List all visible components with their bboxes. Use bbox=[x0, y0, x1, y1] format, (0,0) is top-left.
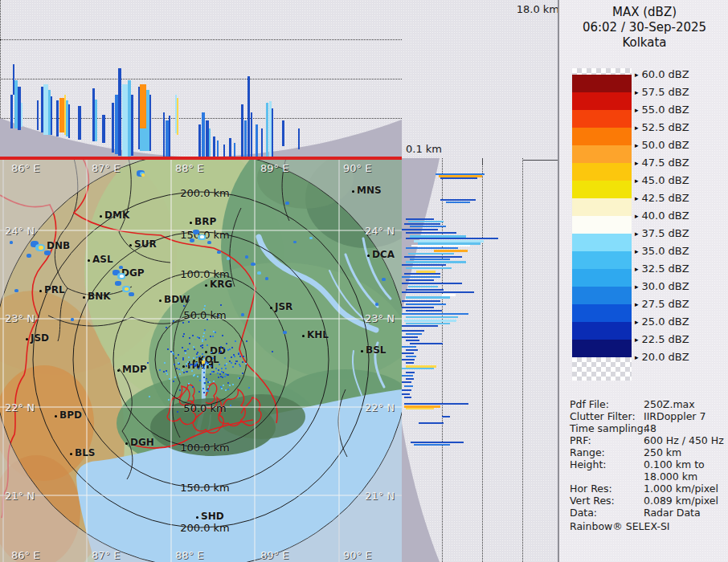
meta-row: Hor Res:1.000 km/pixel bbox=[570, 483, 726, 495]
scale-tick-arrow-icon: ▸ bbox=[635, 159, 639, 167]
echo-bar bbox=[247, 76, 250, 158]
echo-bar bbox=[149, 95, 151, 151]
echo-bar bbox=[256, 124, 258, 158]
echo-bar bbox=[163, 112, 165, 157]
scale-tick-label: ▸25.0 dBZ bbox=[635, 316, 689, 328]
meta-label: Data: bbox=[570, 507, 597, 519]
scale-band bbox=[572, 216, 632, 234]
meta-value: 250 km bbox=[644, 446, 681, 458]
top-cross-section-panel bbox=[0, 0, 402, 158]
scale-tick-arrow-icon: ▸ bbox=[635, 124, 639, 132]
echo-bar bbox=[266, 103, 268, 158]
echo-bar bbox=[272, 108, 273, 158]
meta-row: Vert Res:0.089 km/pixel bbox=[570, 495, 726, 507]
echo-bar bbox=[217, 140, 219, 158]
scale-band bbox=[572, 128, 632, 145]
echo-bar bbox=[209, 128, 211, 158]
echo-bar bbox=[202, 112, 205, 158]
echo-bar bbox=[131, 95, 133, 156]
echo-bar bbox=[21, 103, 22, 127]
scale-tick-label: ▸45.0 dBZ bbox=[635, 174, 689, 186]
scale-tick-label: ▸50.0 dBZ bbox=[635, 139, 689, 151]
scale-tick-arrow-icon: ▸ bbox=[635, 230, 639, 238]
scale-tick-arrow-icon: ▸ bbox=[635, 88, 639, 96]
radar-display-window: 18.0 km 0.1 km 86° E86° E87° E87° E88° E… bbox=[0, 0, 728, 562]
scale-band bbox=[572, 322, 632, 340]
meta-value: 600 Hz / 450 Hz bbox=[644, 434, 724, 446]
meta-label: Hor Res: bbox=[570, 483, 612, 495]
meta-row: Data:Radar Data bbox=[570, 507, 726, 519]
scan-datetime: 06:02 / 30-Sep-2025 bbox=[562, 20, 726, 35]
scale-tick-arrow-icon: ▸ bbox=[635, 106, 639, 114]
product-title: MAX (dBZ) bbox=[562, 5, 726, 20]
scale-tick-arrow-icon: ▸ bbox=[635, 336, 639, 344]
scale-band bbox=[572, 287, 632, 304]
station-name: Kolkata bbox=[562, 35, 726, 51]
scale-tick-label: ▸20.0 dBZ bbox=[635, 351, 689, 363]
echo-bar bbox=[244, 120, 247, 158]
scale-band bbox=[572, 92, 632, 110]
scale-band bbox=[572, 181, 632, 198]
meta-row: Pdf File:250Z.max bbox=[570, 398, 726, 410]
meta-label: PRF: bbox=[570, 434, 591, 446]
scale-tick-arrow-icon: ▸ bbox=[635, 177, 639, 185]
echo-bar bbox=[37, 100, 39, 130]
echo-bar bbox=[95, 100, 97, 141]
scale-tick-arrow-icon: ▸ bbox=[635, 300, 639, 308]
meta-row: Clutter Filter:IIRDoppler 7 bbox=[570, 410, 726, 422]
echo-bar bbox=[251, 112, 252, 158]
scale-tick-arrow-icon: ▸ bbox=[635, 265, 639, 273]
echo-bar bbox=[56, 100, 59, 136]
meta-label: Vert Res: bbox=[570, 495, 615, 507]
brand-label: Rainbow® SELEX-SI bbox=[570, 520, 670, 532]
scale-tick-label: ▸32.5 dBZ bbox=[635, 263, 689, 275]
scale-band bbox=[572, 234, 632, 251]
right-cross-section-panel bbox=[402, 158, 562, 562]
echo-bar bbox=[112, 103, 114, 153]
echo-bar bbox=[282, 120, 284, 146]
height-min-label: 0.1 km bbox=[406, 143, 442, 155]
scale-tick-label: ▸30.0 dBZ bbox=[635, 280, 689, 292]
scale-band bbox=[572, 304, 632, 322]
scale-tick-label: ▸37.5 dBZ bbox=[635, 227, 689, 239]
echo-bar bbox=[241, 104, 243, 158]
scale-band bbox=[572, 198, 632, 216]
meta-row: PRF:600 Hz / 450 Hz bbox=[570, 434, 726, 446]
map-viewport[interactable] bbox=[0, 158, 402, 562]
scale-tick-label: ▸60.0 dBZ bbox=[635, 68, 689, 80]
scale-band bbox=[572, 163, 632, 181]
meta-value: 0.089 km/pixel bbox=[644, 495, 718, 507]
scale-band bbox=[572, 340, 632, 357]
scale-tick-label: ▸22.5 dBZ bbox=[635, 333, 689, 345]
scale-tick-label: ▸35.0 dBZ bbox=[635, 245, 689, 257]
meta-row: Height:0.100 km to bbox=[570, 458, 726, 470]
scale-band bbox=[572, 75, 632, 92]
scale-tick-label: ▸27.5 dBZ bbox=[635, 298, 689, 310]
meta-value: 1.000 km/pixel bbox=[644, 483, 718, 495]
echo-bar bbox=[118, 68, 121, 156]
scale-tick-arrow-icon: ▸ bbox=[635, 283, 639, 291]
meta-value: 48 bbox=[644, 422, 656, 434]
meta-row: Time sampling:48 bbox=[570, 422, 726, 434]
echo-bar bbox=[298, 128, 300, 149]
meta-value: 0.100 km to bbox=[644, 458, 705, 470]
scale-band-transparent-top bbox=[572, 68, 632, 75]
echo-bar bbox=[213, 136, 215, 158]
legend-divider bbox=[558, 0, 559, 562]
meta-label: Range: bbox=[570, 446, 605, 458]
echo-bar bbox=[198, 124, 201, 158]
height-axis-line bbox=[522, 160, 560, 161]
scale-tick-label: ▸42.5 dBZ bbox=[635, 192, 689, 204]
height-axis-tick bbox=[482, 158, 483, 165]
cross-section-baseline bbox=[0, 157, 402, 159]
echo-bar bbox=[122, 84, 128, 157]
scale-tick-arrow-icon: ▸ bbox=[635, 318, 639, 326]
echo-bar bbox=[229, 138, 231, 158]
map-canvas bbox=[0, 158, 402, 562]
meta-value: IIRDoppler 7 bbox=[644, 410, 706, 422]
meta-row: Range:250 km bbox=[570, 446, 726, 458]
scale-band bbox=[572, 145, 632, 163]
scale-tick-arrow-icon: ▸ bbox=[635, 212, 639, 220]
scale-band-transparent-bottom bbox=[572, 357, 632, 381]
meta-value: Radar Data bbox=[644, 507, 701, 519]
